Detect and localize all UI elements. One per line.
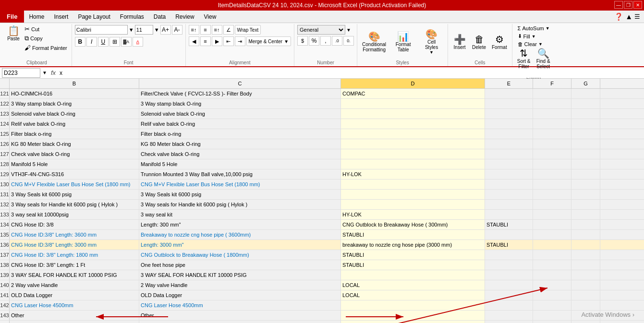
cell-c[interactable]: CNG Outblock to Breakaway Hose ( 1800mm)	[139, 250, 341, 260]
cell-e[interactable]	[485, 230, 533, 239]
cell-b[interactable]: 3 Way Seals kit 6000 psig	[10, 190, 139, 199]
autosum-button[interactable]: Σ AutoSum ▼	[516, 25, 551, 32]
cell-e[interactable]	[485, 210, 533, 219]
cell-f[interactable]	[533, 119, 571, 129]
cell-c[interactable]: CNG M+V Flexible Laser Bus Hose Set (180…	[139, 179, 341, 189]
dec-dec-button[interactable]: 0.	[343, 36, 354, 46]
fill-button[interactable]: ⬇ Fill ▼	[516, 33, 537, 40]
minimize-ribbon-icon[interactable]: ▲	[625, 12, 632, 21]
cell-g[interactable]	[571, 190, 600, 199]
align-right-button[interactable]: ▶	[212, 36, 222, 46]
conditional-formatting-button[interactable]: 🎨 ConditionalFormatting	[360, 31, 388, 53]
cell-c[interactable]: Trunnion Mounted 3 Way Ball valve,10,000…	[139, 169, 341, 179]
cell-d[interactable]: CNG Outblock to Breakaway Hose ( 300mm)	[341, 220, 485, 229]
cell-d[interactable]: MI0012	[341, 321, 485, 323]
cell-b[interactable]: CNG Hose ID: 3/8" Length: 1 Ft	[10, 260, 139, 270]
cell-b[interactable]: Other	[10, 311, 139, 320]
col-header-e[interactable]: E	[485, 79, 533, 88]
cell-c[interactable]: Filter/Check Valve ( FCVCI-12-SS )- Filt…	[139, 89, 341, 98]
col-header-b[interactable]: B	[10, 79, 139, 88]
cell-c[interactable]: KG 80 Meter black O-ring	[139, 139, 341, 149]
cell-e[interactable]: STAUBLI	[485, 240, 533, 250]
cell-b[interactable]: 3 Way seals for Handle kit 6000 psig ( H…	[10, 200, 139, 209]
cell-d[interactable]: STAUBLI	[341, 260, 485, 270]
cell-e[interactable]	[485, 169, 533, 179]
indent-dec-button[interactable]: ⇤	[223, 36, 234, 46]
cell-e[interactable]	[485, 200, 533, 209]
number-format-select[interactable]: General Number Currency Date Text	[297, 25, 345, 35]
cell-c[interactable]: 3 Way stamp black O-ring	[139, 99, 341, 108]
menu-formulas[interactable]: Formulas	[115, 11, 149, 23]
cell-b[interactable]: Manifold 5 Hole	[10, 159, 139, 169]
cell-d[interactable]	[341, 200, 485, 209]
name-box-input[interactable]	[2, 68, 40, 78]
decrease-font-button[interactable]: A-	[172, 25, 182, 35]
cell-c[interactable]: CNG Laser Hose 4500mm	[139, 300, 341, 310]
cell-g[interactable]	[571, 300, 600, 310]
cell-e[interactable]	[485, 290, 533, 300]
delete-cells-button[interactable]: 🗑 Delete	[470, 34, 488, 51]
col-header-f[interactable]: F	[533, 79, 571, 88]
align-top-left-button[interactable]: ≡↑	[189, 25, 199, 35]
underline-button[interactable]: U	[98, 37, 109, 47]
menu-home[interactable]: Home	[24, 11, 49, 23]
col-header-g[interactable]: G	[571, 79, 600, 88]
formula-input[interactable]	[60, 68, 642, 78]
cell-b[interactable]: KG 80 Meter black O-ring	[10, 139, 139, 149]
font-size-dropdown-icon[interactable]: ▼	[154, 27, 159, 33]
cell-g[interactable]	[571, 280, 600, 290]
merge-dropdown-icon[interactable]: ▼	[284, 39, 289, 44]
cell-b[interactable]: CNG Hose ID: 3/8" Length: 1800 mm	[10, 250, 139, 260]
comma-button[interactable]: ,	[320, 36, 331, 46]
cell-g[interactable]	[571, 159, 600, 169]
cell-b[interactable]: 2 Way valve Handle	[10, 280, 139, 290]
cell-e[interactable]	[485, 149, 533, 159]
cell-c[interactable]: 3 way seal kit	[139, 210, 341, 219]
cell-e[interactable]	[485, 300, 533, 310]
cell-c[interactable]: 2 Way valve Handle	[139, 280, 341, 290]
cell-f[interactable]	[533, 139, 571, 149]
cell-d[interactable]	[341, 109, 485, 119]
cell-f[interactable]	[533, 89, 571, 98]
cell-d[interactable]	[341, 270, 485, 280]
increase-font-button[interactable]: A+	[160, 25, 171, 35]
cell-d[interactable]	[341, 300, 485, 310]
cell-d[interactable]	[341, 139, 485, 149]
cell-f[interactable]	[533, 311, 571, 320]
cell-g[interactable]	[571, 149, 600, 159]
merge-center-button[interactable]: Merge & Center ▼	[246, 36, 292, 46]
cell-c[interactable]: Manifold 5 Hole	[139, 159, 341, 169]
cell-d[interactable]: STAUBLI	[341, 250, 485, 260]
cell-c[interactable]: Solenoid valve black O-ring	[139, 109, 341, 119]
cell-d[interactable]: breakaway to nozzle cng hose pipe (3000 …	[341, 240, 485, 250]
cell-g[interactable]	[571, 240, 600, 250]
cell-f[interactable]	[533, 270, 571, 280]
cell-d[interactable]: COMPAC	[341, 89, 485, 98]
cell-e[interactable]	[485, 99, 533, 108]
cell-g[interactable]	[571, 260, 600, 270]
options-icon[interactable]: ☰	[634, 13, 640, 20]
cell-d[interactable]	[341, 119, 485, 129]
indent-inc-button[interactable]: ⇥	[235, 36, 245, 46]
cell-c[interactable]: Filter black o-ring	[139, 129, 341, 139]
cell-f[interactable]	[533, 99, 571, 108]
copy-button[interactable]: ⧉ Copy	[23, 34, 69, 43]
cell-f[interactable]	[533, 159, 571, 169]
align-top-center-button[interactable]: ≡	[200, 25, 211, 35]
cell-g[interactable]	[571, 169, 600, 179]
cell-d[interactable]: LOCAL	[341, 280, 485, 290]
close-button[interactable]: ✕	[633, 1, 642, 9]
cell-b[interactable]: Solenoid valve black O-ring	[10, 109, 139, 119]
cell-f[interactable]	[533, 250, 571, 260]
cell-b[interactable]: CNG Hose ID:3/8" Length: 3000 mm	[10, 240, 139, 250]
cell-f[interactable]	[533, 149, 571, 159]
cell-f[interactable]	[533, 190, 571, 199]
cell-g[interactable]	[571, 290, 600, 300]
menu-view[interactable]: View	[199, 11, 221, 23]
font-name-input[interactable]	[75, 25, 128, 35]
border-button[interactable]: ⊞	[109, 37, 120, 47]
cell-e[interactable]	[485, 190, 533, 199]
cell-e[interactable]	[485, 250, 533, 260]
menu-page-layout[interactable]: Page Layout	[73, 11, 115, 23]
cell-f[interactable]	[533, 169, 571, 179]
